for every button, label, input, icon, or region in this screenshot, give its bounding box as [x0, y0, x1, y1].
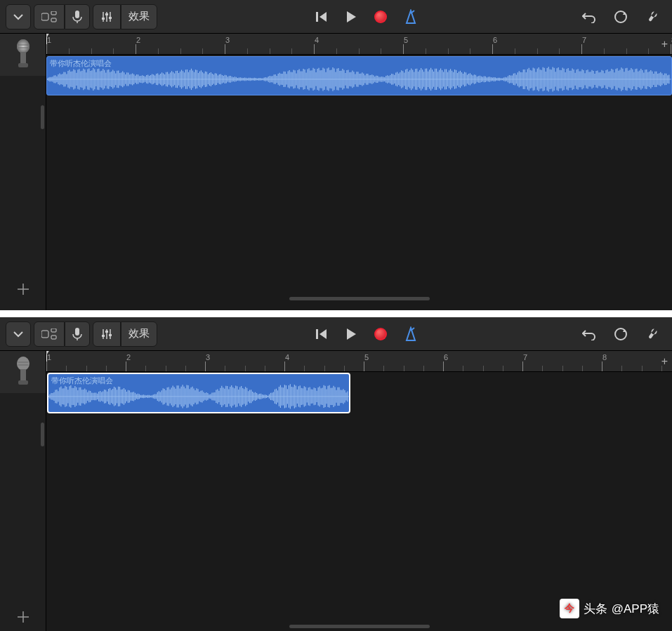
ruler-mark: 1	[47, 353, 51, 361]
ruler-mark: 5	[404, 36, 408, 44]
watermark: 今 头条 @APP猿	[560, 599, 659, 618]
ruler[interactable]: + 12345678	[46, 34, 672, 55]
svg-rect-3	[75, 11, 79, 18]
record-button[interactable]	[367, 321, 394, 347]
svg-rect-7	[316, 12, 318, 22]
sliders-icon	[100, 328, 113, 340]
undo-icon	[582, 11, 596, 23]
content-area: + 12345678 带你听杰伦演唱会	[0, 34, 672, 310]
ruler-mark: 2	[126, 353, 131, 361]
sliders-icon	[100, 11, 113, 23]
svg-rect-2	[51, 18, 56, 22]
metronome-icon	[404, 326, 418, 342]
horizontal-scrollbar[interactable]	[289, 625, 430, 628]
settings-button[interactable]	[638, 321, 666, 347]
ruler-mark: 5	[364, 353, 369, 361]
collapse-button[interactable]	[6, 321, 31, 347]
sidebar-scrollbar[interactable]	[41, 423, 44, 446]
undo-button[interactable]	[575, 4, 603, 29]
ruler-mark: 3	[225, 36, 230, 44]
settings-button[interactable]	[638, 4, 666, 29]
zoom-button[interactable]: +	[661, 38, 668, 51]
view-input-group	[34, 4, 90, 29]
undo-button[interactable]	[575, 321, 603, 347]
ruler-mark: 4	[285, 353, 289, 361]
tracks-area[interactable]: 带你听杰伦演唱会	[46, 55, 672, 310]
effects-button[interactable]: 效果	[121, 321, 157, 347]
editor-panel-top: 效果	[0, 0, 672, 310]
undo-icon	[582, 328, 596, 340]
toolbar: 效果	[0, 317, 672, 351]
watermark-handle: @APP猿	[612, 601, 659, 617]
ruler-mark: 7	[582, 36, 586, 44]
svg-rect-16	[41, 331, 48, 338]
chevron-down-icon	[13, 331, 23, 338]
svg-rect-26	[20, 369, 26, 380]
svg-rect-12	[18, 63, 28, 67]
mic-button[interactable]	[65, 4, 90, 29]
ruler-mark: 4	[315, 36, 319, 44]
timeline-area: + 12345678 带你听杰伦演唱会	[46, 351, 672, 631]
play-icon	[345, 10, 357, 24]
collapse-button[interactable]	[6, 4, 31, 29]
microphone-track-icon	[13, 357, 34, 387]
track-header[interactable]	[0, 351, 46, 393]
mic-button[interactable]	[65, 321, 90, 347]
track-view-button[interactable]	[34, 321, 65, 347]
microphone-track-icon	[13, 39, 34, 70]
audio-clip[interactable]: 带你听杰伦演唱会	[48, 373, 350, 413]
ruler-mark: 6	[444, 353, 448, 361]
play-icon	[345, 327, 357, 341]
track-view-button[interactable]	[34, 4, 65, 29]
ruler[interactable]: + 12345678	[46, 351, 672, 372]
rewind-button[interactable]	[308, 4, 335, 29]
svg-rect-22	[109, 334, 112, 336]
mixer-button[interactable]	[93, 321, 121, 347]
ruler-mark: 6	[493, 36, 497, 44]
svg-rect-23	[316, 329, 318, 339]
rewind-button[interactable]	[308, 321, 335, 347]
audio-clip[interactable]: 带你听杰伦演唱会	[46, 56, 672, 95]
view-input-group	[34, 321, 90, 347]
ruler-mark: 7	[523, 353, 527, 361]
track-view-icon	[41, 328, 57, 340]
sidebar-scrollbar[interactable]	[41, 105, 44, 129]
add-track-button[interactable]	[0, 268, 46, 310]
add-track-button[interactable]	[0, 596, 46, 631]
ruler-mark: 3	[206, 353, 210, 361]
record-icon	[374, 11, 387, 23]
svg-point-10	[17, 39, 29, 53]
svg-rect-1	[51, 11, 56, 15]
waveform	[47, 57, 671, 95]
loop-button[interactable]	[606, 321, 635, 347]
svg-rect-11	[20, 52, 26, 63]
horizontal-scrollbar[interactable]	[289, 297, 430, 300]
zoom-button[interactable]: +	[661, 355, 668, 368]
loop-button[interactable]	[606, 4, 635, 29]
play-button[interactable]	[338, 4, 364, 29]
content-area: + 12345678 带你听杰伦演唱会	[0, 351, 672, 631]
track-header[interactable]	[0, 34, 46, 76]
mixer-button[interactable]	[93, 4, 121, 29]
loop-icon	[613, 9, 628, 25]
record-icon	[374, 328, 387, 340]
rewind-icon	[315, 328, 328, 340]
svg-rect-17	[51, 328, 56, 332]
mic-icon	[72, 327, 82, 341]
track-view-icon	[41, 11, 57, 22]
play-button[interactable]	[338, 321, 364, 347]
svg-rect-0	[41, 13, 48, 20]
tracks-area[interactable]: 带你听杰伦演唱会	[46, 372, 672, 631]
fx-group: 效果	[93, 321, 157, 347]
svg-rect-27	[18, 380, 28, 385]
watermark-logo: 今	[560, 599, 579, 618]
svg-rect-4	[102, 18, 105, 20]
watermark-brand: 头条	[584, 601, 607, 617]
metronome-button[interactable]	[397, 4, 425, 29]
effects-button[interactable]: 效果	[121, 4, 157, 29]
record-button[interactable]	[367, 4, 394, 29]
clip-label: 带你听杰伦演唱会	[47, 57, 114, 70]
chevron-down-icon	[13, 13, 23, 20]
metronome-button[interactable]	[397, 321, 425, 347]
ruler-mark: 8	[602, 353, 607, 361]
